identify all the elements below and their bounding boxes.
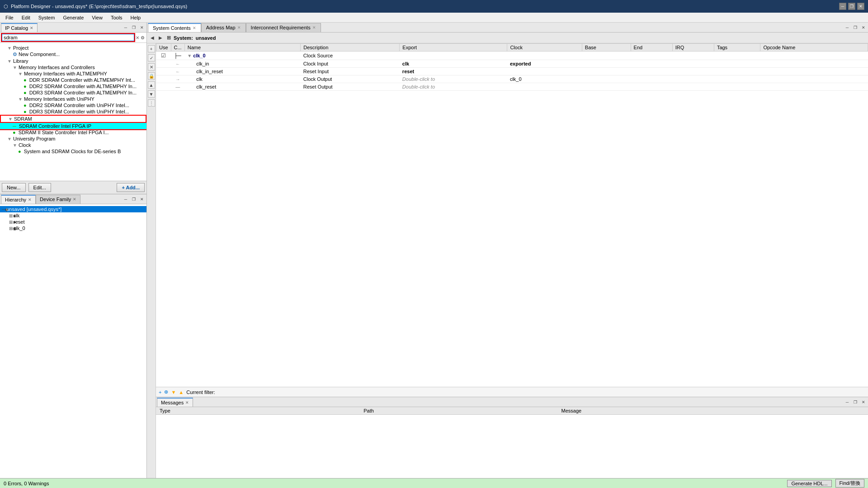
system-contents-tab-close[interactable]: ✕	[193, 26, 196, 30]
hierarchy-clk[interactable]: ⊞► clk	[0, 212, 146, 219]
hierarchy-reset[interactable]: ⊞► reset	[0, 219, 146, 225]
menu-generate[interactable]: Generate	[59, 14, 87, 21]
panel-minimize-btn[interactable]: ─	[122, 24, 129, 31]
use-checkbox-clk0[interactable]: ☑	[156, 52, 171, 60]
vert-check-btn[interactable]: ✓	[148, 54, 155, 61]
ip-catalog-tab-close[interactable]: ✕	[30, 26, 33, 30]
find-replace-button[interactable]: Find/替換	[835, 479, 864, 488]
tree-university-program[interactable]: ▼ University Program	[0, 136, 146, 142]
msg-minimize-btn[interactable]: ─	[844, 399, 851, 406]
hierarchy-root-label: unsaved [unsaved.qsys*]	[6, 206, 61, 212]
filter-funnel-active-icon[interactable]: ▲	[179, 389, 184, 395]
menu-help[interactable]: Help	[127, 14, 145, 21]
tree-ddr-sdram[interactable]: ● DDR SDRAM Controller with ALTMEMPHY In…	[0, 77, 146, 83]
clock-clk-in-reset	[507, 68, 582, 75]
hierarchy-tab-close[interactable]: ✕	[28, 197, 32, 202]
hierarchy-minimize-btn[interactable]: ─	[122, 196, 129, 203]
table-row[interactable]: ☑ ├─ ▼ clk_0 Clock Source	[156, 52, 868, 60]
hierarchy-restore-btn[interactable]: ❐	[130, 196, 137, 203]
opcode-clk-reset	[760, 83, 868, 91]
tab-device-family[interactable]: Device Family ✕	[36, 195, 80, 204]
panel-restore-btn[interactable]: ❐	[130, 24, 137, 31]
device-family-tab-close[interactable]: ✕	[73, 197, 76, 202]
vert-down-btn[interactable]: ▼	[148, 90, 155, 98]
desc-clk: Clock Output	[301, 75, 400, 83]
menu-edit[interactable]: Edit	[18, 14, 34, 21]
search-clear-icon[interactable]: ✕	[136, 35, 139, 40]
export-clk[interactable]: Double-click to	[400, 75, 507, 83]
hierarchy-clk0[interactable]: ⊞◉ clk_0	[0, 225, 146, 231]
nav-fwd-btn[interactable]: ▶	[157, 35, 164, 41]
minimize-button[interactable]: ─	[839, 3, 846, 10]
tab-hierarchy[interactable]: Hierarchy ✕	[1, 195, 36, 204]
tree-sdram-state[interactable]: ● SDRAM II State Controller Intel FPGA I…	[0, 129, 146, 136]
tree-new-component[interactable]: ⚙ New Component...	[0, 51, 146, 58]
close-button[interactable]: ✕	[857, 3, 864, 10]
msg-close-btn[interactable]: ✕	[860, 399, 867, 406]
generate-hdl-button[interactable]: Generate HDL...	[787, 480, 831, 487]
add-button[interactable]: + Add...	[117, 183, 145, 192]
tree-ddr3-sdram[interactable]: ● DDR3 SDRAM Controller with ALTMEMPHY I…	[0, 89, 146, 96]
right-close-btn[interactable]: ✕	[860, 24, 867, 31]
vert-up-btn[interactable]: ▲	[148, 81, 155, 89]
tree-uniphy-group[interactable]: ▼ Memory Interfaces with UniPHY	[0, 96, 146, 102]
tree-clock-group[interactable]: ▼ Clock	[0, 142, 146, 148]
name-clkin[interactable]: clk_in	[184, 60, 301, 68]
tree-sdram-category[interactable]: ▼ SDRAM	[0, 115, 146, 123]
name-clk[interactable]: clk	[184, 75, 301, 83]
filter-add-icon[interactable]: +	[159, 389, 161, 395]
ip-catalog-panel: IP Catalog ✕ ─ ❐ ✕ ✕ ⚙ ▼ Project	[0, 23, 146, 194]
tree-altmemphy-group[interactable]: ▼ Memory Interfaces with ALTMEMPHY	[0, 70, 146, 77]
vert-lock-btn[interactable]: 🔒	[148, 72, 155, 80]
msg-header-row: Type Path Message	[156, 407, 868, 415]
vert-add-btn[interactable]: +	[148, 45, 155, 52]
filter-funnel-icon[interactable]: ▼	[171, 389, 176, 395]
messages-tab-close[interactable]: ✕	[185, 400, 189, 405]
table-row[interactable]: ← clk_in Clock Input clk exported	[156, 60, 868, 68]
menu-tools[interactable]: Tools	[107, 14, 126, 21]
tab-messages[interactable]: Messages ✕	[157, 398, 193, 407]
vert-x-btn[interactable]: ✕	[148, 63, 155, 70]
hierarchy-root[interactable]: ─◆ unsaved [unsaved.qsys*]	[0, 206, 146, 212]
interconnect-tab-close[interactable]: ✕	[312, 25, 316, 30]
right-minimize-btn[interactable]: ─	[844, 24, 851, 31]
edit-button[interactable]: Edit...	[28, 183, 51, 192]
tab-interconnect[interactable]: Interconnect Requirements ✕	[246, 23, 321, 32]
restore-button[interactable]: ❐	[848, 3, 855, 10]
tab-address-map[interactable]: Address Map ✕	[201, 23, 246, 32]
tree-ddr2-uniphy[interactable]: ● DDR2 SDRAM Controller with UniPHY Inte…	[0, 102, 146, 108]
nav-back-btn[interactable]: ◀	[149, 35, 156, 41]
name-clk-reset[interactable]: clk_reset	[184, 83, 301, 91]
conn-reset: ←	[171, 68, 184, 75]
tree-ddr3-uniphy[interactable]: ● DDR3 SDRAM Controller with UniPHY Inte…	[0, 108, 146, 115]
table-row[interactable]: — clk_reset Reset Output Double-click to	[156, 83, 868, 91]
menu-system[interactable]: System	[35, 14, 59, 21]
tab-system-contents[interactable]: System Contents ✕	[148, 23, 201, 32]
system-icon: ⊞	[167, 35, 171, 41]
tree-memory-interfaces[interactable]: ▼ Memory Interfaces and Controllers	[0, 64, 146, 70]
filter-addalt-icon[interactable]: ⊕	[164, 389, 168, 395]
tab-ip-catalog[interactable]: IP Catalog ✕	[1, 23, 38, 32]
name-clk-in-reset[interactable]: clk_in_reset	[184, 68, 301, 75]
table-row[interactable]: ← clk_in_reset Reset Input reset	[156, 68, 868, 75]
search-settings-icon[interactable]: ⚙	[141, 35, 145, 40]
tree-ddr2-sdram[interactable]: ● DDR2 SDRAM Controller with ALTMEMPHY I…	[0, 83, 146, 89]
export-clk-reset[interactable]: Double-click to	[400, 83, 507, 91]
search-input[interactable]	[2, 34, 134, 41]
menu-view[interactable]: View	[88, 14, 106, 21]
menu-file[interactable]: File	[2, 14, 17, 21]
col-end: End	[631, 44, 672, 52]
address-map-tab-close[interactable]: ✕	[237, 25, 241, 30]
right-restore-btn[interactable]: ❐	[852, 24, 859, 31]
tree-sdram-controller[interactable]: ─ SDRAM Controller Intel FPGA IP	[0, 123, 146, 129]
panel-close-btn[interactable]: ✕	[138, 24, 146, 31]
table-row[interactable]: → clk Clock Output Double-click to clk_0	[156, 75, 868, 83]
tree-de-clocks[interactable]: ● System and SDRAM Clocks for DE-series …	[0, 148, 146, 155]
new-button[interactable]: New...	[2, 183, 26, 192]
name-clk0[interactable]: ▼ clk_0	[184, 52, 301, 60]
vert-more-btn[interactable]: ⋮	[148, 99, 155, 107]
msg-restore-btn[interactable]: ❐	[852, 399, 859, 406]
tags-clk0	[714, 52, 760, 60]
app-icon: ⬡	[4, 4, 8, 9]
hierarchy-close-btn[interactable]: ✕	[138, 196, 146, 203]
